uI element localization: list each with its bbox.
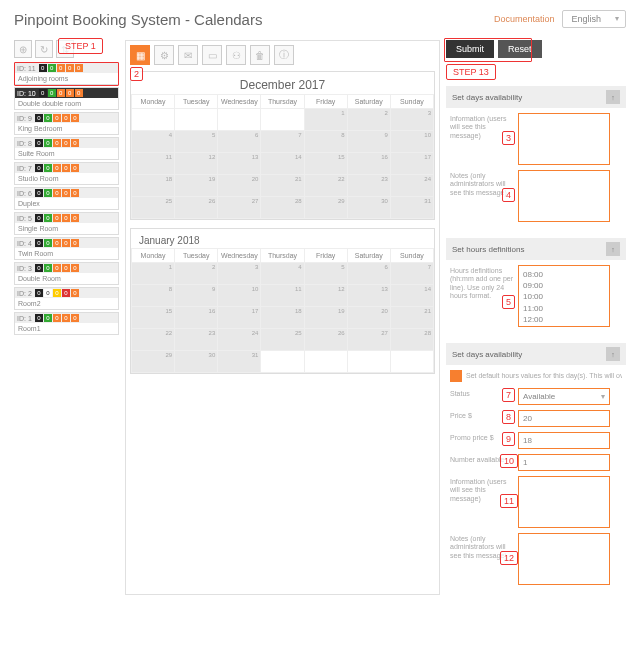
room-label[interactable]: Studio Room (15, 173, 118, 184)
calendar-cell[interactable]: 11 (132, 153, 175, 175)
room-label[interactable]: Double double room (15, 98, 118, 109)
calendar-cell[interactable] (175, 109, 218, 131)
status-select[interactable]: Available (518, 388, 610, 405)
calendar-cell[interactable]: 23 (175, 329, 218, 351)
calendar-cell[interactable]: 4 (132, 131, 175, 153)
delete-icon[interactable]: 🗑 (250, 45, 270, 65)
sort-icon[interactable]: ⇅ (56, 40, 74, 58)
calendar-cell[interactable]: 24 (390, 175, 433, 197)
documentation-link[interactable]: Documentation (494, 14, 555, 24)
calendar-cell[interactable] (390, 351, 433, 373)
language-select[interactable]: English (562, 10, 626, 28)
calendar-cell[interactable]: 9 (175, 285, 218, 307)
calendar-cell[interactable]: 16 (175, 307, 218, 329)
calendar-cell[interactable]: 22 (304, 175, 347, 197)
collapse-icon[interactable]: ↑ (606, 90, 620, 104)
calendar-cell[interactable]: 10 (390, 131, 433, 153)
calendar-cell[interactable]: 17 (218, 307, 261, 329)
calendar-cell[interactable]: 2 (175, 263, 218, 285)
calendar-cell[interactable]: 26 (175, 197, 218, 219)
calendar-cell[interactable]: 8 (132, 285, 175, 307)
submit-button[interactable]: Submit (446, 40, 494, 58)
calendar-cell[interactable]: 6 (347, 263, 390, 285)
price-input[interactable] (518, 410, 610, 427)
calendar-cell[interactable]: 22 (132, 329, 175, 351)
calendar-cell[interactable]: 20 (218, 175, 261, 197)
room-label[interactable]: Duplex (15, 198, 118, 209)
default-hours-checkbox[interactable] (450, 370, 462, 382)
calendar-cell[interactable]: 3 (218, 263, 261, 285)
calendar-cell[interactable]: 16 (347, 153, 390, 175)
calendar-cell[interactable]: 6 (218, 131, 261, 153)
notes-textarea-2[interactable] (518, 533, 610, 585)
calendar-cell[interactable]: 25 (261, 329, 304, 351)
calendar-cell[interactable]: 12 (175, 153, 218, 175)
calendar-cell[interactable]: 2 (347, 109, 390, 131)
calendar-cell[interactable]: 23 (347, 175, 390, 197)
calendar-cell[interactable]: 27 (347, 329, 390, 351)
number-available-input[interactable] (518, 454, 610, 471)
room-label[interactable]: Room1 (15, 323, 118, 334)
calendar-cell[interactable]: 21 (390, 307, 433, 329)
reset-button[interactable]: Reset (498, 40, 542, 58)
calendar-cell[interactable]: 14 (390, 285, 433, 307)
room-label[interactable]: King Bedroom (15, 123, 118, 134)
calendar-cell[interactable]: 27 (218, 197, 261, 219)
calendar-cell[interactable]: 5 (304, 263, 347, 285)
info-textarea-1[interactable] (518, 113, 610, 165)
room-header[interactable]: ID: 900000 (15, 113, 118, 123)
calendar-cell[interactable]: 5 (175, 131, 218, 153)
calendar-cell[interactable]: 21 (261, 175, 304, 197)
notes-textarea-1[interactable] (518, 170, 610, 222)
calendar-cell[interactable]: 28 (390, 329, 433, 351)
refresh-icon[interactable]: ↻ (35, 40, 53, 58)
room-header[interactable]: ID: 200000 (15, 288, 118, 298)
settings-icon[interactable]: ⚙ (154, 45, 174, 65)
calendar-cell[interactable]: 12 (304, 285, 347, 307)
calendar-cell[interactable]: 10 (218, 285, 261, 307)
calendar-cell[interactable]: 29 (304, 197, 347, 219)
calendar-cell[interactable] (347, 351, 390, 373)
room-header[interactable]: ID: 1000000 (15, 88, 118, 98)
calendar-cell[interactable]: 15 (304, 153, 347, 175)
calendar-cell[interactable] (304, 351, 347, 373)
calendar-cell[interactable] (261, 109, 304, 131)
calendar-cell[interactable] (261, 351, 304, 373)
calendar-cell[interactable]: 25 (132, 197, 175, 219)
collapse-icon[interactable]: ↑ (606, 242, 620, 256)
calendar-cell[interactable]: 30 (175, 351, 218, 373)
calendar-cell[interactable]: 11 (261, 285, 304, 307)
calendar-cell[interactable]: 1 (132, 263, 175, 285)
calendar-cell[interactable]: 7 (390, 263, 433, 285)
calendar-cell[interactable]: 7 (261, 131, 304, 153)
room-header[interactable]: ID: 100000 (15, 313, 118, 323)
calendar-cell[interactable]: 19 (175, 175, 218, 197)
room-header[interactable]: ID: 700000 (15, 163, 118, 173)
promo-input[interactable] (518, 432, 610, 449)
room-header[interactable]: ID: 400000 (15, 238, 118, 248)
calendar-cell[interactable]: 24 (218, 329, 261, 351)
room-label[interactable]: Double Room (15, 273, 118, 284)
calendar-cell[interactable]: 15 (132, 307, 175, 329)
calendar-cell[interactable]: 3 (390, 109, 433, 131)
room-label[interactable]: Single Room (15, 223, 118, 234)
room-label[interactable]: Room2 (15, 298, 118, 309)
email-icon[interactable]: ✉ (178, 45, 198, 65)
folder-icon[interactable]: ▭ (202, 45, 222, 65)
calendar-cell[interactable]: 14 (261, 153, 304, 175)
calendar-cell[interactable] (218, 109, 261, 131)
calendar-cell[interactable]: 28 (261, 197, 304, 219)
room-header[interactable]: ID: 300000 (15, 263, 118, 273)
info-icon[interactable]: ⓘ (274, 45, 294, 65)
calendar-cell[interactable]: 20 (347, 307, 390, 329)
room-header[interactable]: ID: 1100000 (15, 63, 118, 73)
room-label[interactable]: Adjoining rooms (15, 73, 118, 84)
room-header[interactable]: ID: 600000 (15, 188, 118, 198)
room-label[interactable]: Suite Room (15, 148, 118, 159)
calendar-cell[interactable]: 30 (347, 197, 390, 219)
calendar-icon[interactable]: ▦ (130, 45, 150, 65)
calendar-cell[interactable]: 26 (304, 329, 347, 351)
calendar-cell[interactable]: 31 (218, 351, 261, 373)
hours-textarea[interactable]: 08:00 09:00 10:00 11:00 12:00 13:00 (518, 265, 610, 327)
calendar-cell[interactable]: 1 (304, 109, 347, 131)
